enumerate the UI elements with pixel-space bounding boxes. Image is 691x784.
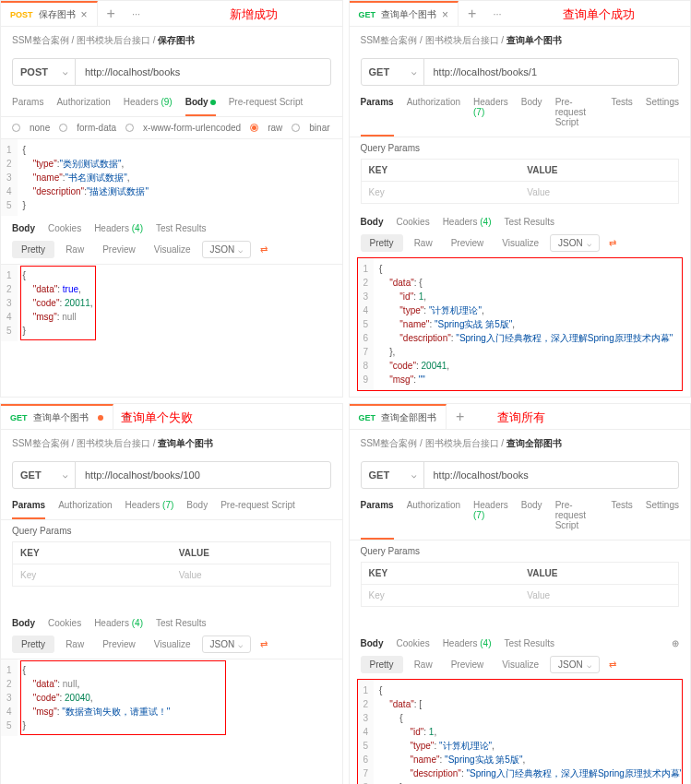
tab-title: 查询单个图书: [33, 411, 89, 424]
tab-params[interactable]: Params: [361, 93, 394, 131]
key-input[interactable]: Key: [362, 182, 520, 203]
chevron-down-icon: ⌵: [63, 67, 67, 77]
resp-tab-testresults[interactable]: Test Results: [156, 223, 206, 233]
method-badge: POST: [10, 10, 33, 19]
col-key: KEY: [362, 160, 520, 181]
request-tabs: Params Authorization Headers (7) Body Pr…: [350, 93, 691, 137]
method-badge: GET: [10, 413, 28, 422]
tab-title: 查询单个图书: [381, 8, 436, 21]
annotation: 查询所有: [497, 410, 545, 426]
method-badge: GET: [359, 413, 376, 422]
tab-bar: POST 保存图书 × + ···: [1, 1, 342, 27]
more-icon[interactable]: ···: [125, 8, 148, 19]
tab-auth[interactable]: Authorization: [56, 93, 110, 111]
panel-query-all: 查询所有 GET 查询全部图书 + SSM整合案例 / 图书模块后台接口 / 查…: [349, 403, 692, 784]
method-select[interactable]: GET⌵: [362, 462, 424, 488]
tab-title: 保存图书: [39, 8, 76, 21]
tab-auth[interactable]: Authorization: [407, 93, 460, 131]
tab-tests[interactable]: Tests: [612, 93, 633, 131]
tab-bar: GET 查询单个图书 × + ···: [350, 1, 691, 27]
tab-params[interactable]: Params: [12, 93, 43, 111]
tab-active[interactable]: POST 保存图书 ×: [1, 1, 98, 26]
method-select[interactable]: GET⌵: [13, 462, 76, 488]
url-input[interactable]: http://localhost/books/1: [424, 59, 679, 85]
unsaved-dot-icon: [98, 415, 103, 421]
url-input[interactable]: http://localhost/books: [424, 462, 679, 488]
tab-headers[interactable]: Headers (7): [473, 93, 508, 131]
query-params-title: Query Params: [350, 540, 691, 562]
resp-tab-cookies[interactable]: Cookies: [48, 223, 81, 233]
tab-title: 查询全部图书: [381, 411, 436, 424]
breadcrumb: SSM整合案例 / 图书模块后台接口 / 查询单个图书: [350, 27, 691, 54]
resp-tab-body[interactable]: Body: [12, 223, 35, 233]
value-input[interactable]: Value: [519, 182, 678, 203]
radio-none[interactable]: [12, 124, 20, 132]
annotation: 新增成功: [230, 6, 278, 23]
request-tabs: Params Authorization Headers (9) Body Pr…: [1, 93, 342, 117]
radio-url[interactable]: [125, 124, 134, 132]
panel-save-book: 新增成功 POST 保存图书 × + ··· SSM整合案例 / 图书模块后台接…: [0, 0, 343, 398]
tab-prescript[interactable]: Pre-request Script: [229, 93, 304, 111]
kv-table: KEYVALUE KeyValue: [12, 541, 331, 587]
close-icon[interactable]: ×: [442, 8, 448, 21]
visualize-button[interactable]: Visualize: [147, 241, 198, 258]
method-select[interactable]: GET⌵: [362, 59, 424, 85]
breadcrumb: SSM整合案例 / 图书模块后台接口 / 查询单个图书: [1, 430, 342, 457]
add-tab-button[interactable]: +: [447, 409, 473, 425]
response-toolbar: Pretty Raw Preview Visualize JSON⌵ ⇄: [350, 231, 691, 257]
request-tabs: Params Authorization Headers (7) Body Pr…: [350, 496, 691, 540]
radio-raw[interactable]: [250, 124, 258, 132]
format-select[interactable]: JSON⌵: [202, 241, 252, 258]
pretty-button[interactable]: Pretty: [12, 241, 54, 258]
request-line: POST⌵ http://localhost/books: [12, 58, 331, 86]
line-gutter: 12345: [1, 139, 18, 216]
tab-settings[interactable]: Settings: [646, 93, 679, 131]
tab-body[interactable]: Body: [185, 93, 216, 111]
body-type-row: none form-data x-www-form-urlencoded raw…: [1, 117, 342, 138]
method-select[interactable]: POST⌵: [13, 59, 76, 85]
panel-query-one-ok: 查询单个成功 GET 查询单个图书 × + ··· SSM整合案例 / 图书模块…: [349, 0, 692, 398]
query-params-title: Query Params: [1, 520, 342, 541]
response-tabs: Body Cookies Headers (4) Test Results: [350, 209, 691, 231]
wrap-icon[interactable]: ⇄: [255, 636, 273, 652]
more-icon[interactable]: ···: [485, 8, 508, 19]
globe-icon[interactable]: ⊕: [672, 638, 679, 648]
wrap-icon[interactable]: ⇄: [255, 242, 273, 257]
url-input[interactable]: http://localhost/books: [76, 59, 330, 85]
wrap-icon[interactable]: ⇄: [603, 657, 622, 672]
response-body: 12345 { "data": true, "code": 20011, "ms…: [1, 264, 342, 341]
tab-headers[interactable]: Headers (9): [124, 93, 173, 111]
radio-bin[interactable]: [292, 124, 300, 132]
request-line: GET⌵ http://localhost/books/100: [12, 461, 331, 489]
breadcrumb: SSM整合案例 / 图书模块后台接口 / 查询全部图书: [350, 430, 691, 457]
wrap-icon[interactable]: ⇄: [603, 235, 622, 251]
col-value: VALUE: [519, 160, 678, 181]
tab-active[interactable]: GET 查询全部图书: [350, 404, 447, 429]
request-line: GET⌵ http://localhost/books: [361, 461, 680, 489]
response-tabs: Body Cookies Headers (4) Test Results: [1, 611, 342, 632]
kv-table: KEYVALUE KeyValue: [361, 159, 680, 204]
tab-active[interactable]: GET 查询单个图书 ×: [350, 1, 459, 26]
tab-active[interactable]: GET 查询单个图书: [1, 404, 113, 429]
resp-tab-headers[interactable]: Headers (4): [94, 223, 143, 233]
query-params-title: Query Params: [350, 137, 691, 159]
response-tabs: Body Cookies Headers (4) Test Results: [1, 216, 342, 237]
close-icon[interactable]: ×: [81, 8, 88, 21]
radio-form[interactable]: [59, 124, 67, 132]
response-toolbar: Pretty Raw Preview Visualize JSON⌵ ⇄: [350, 652, 691, 679]
tab-prescript[interactable]: Pre-request Script: [555, 93, 599, 131]
annotation: 查询单个失败: [121, 410, 193, 426]
request-body-editor[interactable]: 12345 { "type":"类别测试数据", "name":"书名测试数据"…: [1, 138, 342, 216]
request-line: GET⌵ http://localhost/books/1: [361, 58, 680, 86]
tab-body[interactable]: Body: [521, 93, 542, 131]
raw-button[interactable]: Raw: [58, 241, 91, 258]
code: { "type":"类别测试数据", "name":"书名测试数据", "des…: [18, 139, 342, 216]
add-tab-button[interactable]: +: [459, 6, 485, 22]
response-body: 12345 { "data": null, "code": 20040, "ms…: [1, 659, 342, 736]
url-input[interactable]: http://localhost/books/100: [76, 462, 330, 488]
preview-button[interactable]: Preview: [95, 241, 143, 258]
add-tab-button[interactable]: +: [98, 6, 125, 22]
response-body: 123456789 { "data": { "id": 1, "type": "…: [357, 257, 684, 391]
response-toolbar: Pretty Raw Preview Visualize JSON⌵ ⇄: [1, 237, 342, 264]
breadcrumb: SSM整合案例 / 图书模块后台接口 / 保存图书: [1, 27, 342, 54]
